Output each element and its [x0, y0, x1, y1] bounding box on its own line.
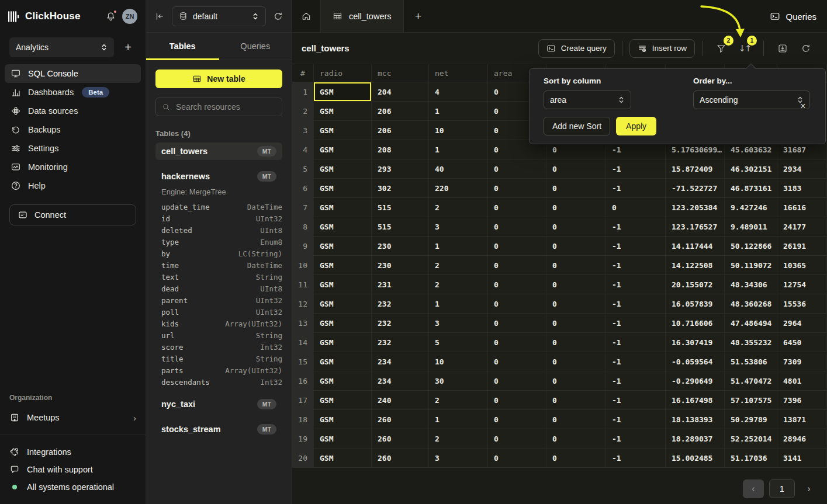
sort-button[interactable]: ↓↑ 1 — [735, 39, 754, 58]
table-cell[interactable]: -1 — [606, 217, 666, 236]
table-cell[interactable]: 7309 — [777, 352, 827, 371]
table-cell[interactable]: 24177 — [777, 217, 827, 236]
table-cell[interactable]: 123.205384 — [666, 198, 725, 217]
table-cell[interactable]: 28946 — [777, 429, 827, 448]
table-cell[interactable]: 10.716606 — [666, 314, 725, 332]
table-cell[interactable]: GSM — [314, 121, 372, 140]
queries-button[interactable]: Queries — [770, 0, 816, 33]
row-number[interactable]: 6 — [292, 179, 314, 197]
row-number[interactable]: 20 — [292, 449, 314, 467]
table-cell[interactable]: 220 — [429, 179, 488, 197]
sidebar-item-chat-support[interactable]: Chat with support — [0, 461, 146, 478]
table-cell[interactable]: 0 — [488, 237, 546, 255]
table-cell[interactable]: 234 — [372, 371, 429, 390]
table-cell[interactable]: 232 — [372, 294, 429, 313]
sidebar-item-integrations[interactable]: Integrations — [0, 443, 146, 461]
row-number[interactable]: 18 — [292, 410, 314, 429]
table-cell[interactable]: 230 — [372, 256, 429, 274]
table-cell[interactable]: 240 — [372, 391, 429, 409]
table-cell[interactable]: -1 — [606, 314, 666, 332]
table-cell[interactable]: 0 — [488, 198, 546, 217]
table-cell[interactable]: 232 — [372, 333, 429, 352]
row-number[interactable]: 13 — [292, 314, 314, 332]
table-cell[interactable]: 1 — [429, 410, 488, 429]
brand[interactable]: ClickHouse — [8, 11, 81, 22]
table-cell[interactable]: 0 — [546, 179, 606, 197]
new-table-button[interactable]: New table — [155, 69, 282, 88]
table-cell[interactable]: 123.176527 — [666, 217, 725, 236]
table-cell[interactable]: 16.307419 — [666, 333, 725, 352]
avatar[interactable]: ZN — [122, 9, 137, 24]
table-cell[interactable]: 0 — [546, 449, 606, 467]
table-cell[interactable]: 26191 — [777, 237, 827, 255]
table-cell[interactable]: 0 — [546, 275, 606, 294]
table-cell[interactable]: -1 — [606, 159, 666, 178]
table-cell[interactable]: 302 — [372, 179, 429, 197]
table-cell[interactable]: 0 — [488, 371, 546, 390]
table-cell[interactable]: -71.522727 — [666, 179, 725, 197]
table-item-nyc-taxi[interactable]: nyc_taxi MT — [155, 395, 282, 413]
table-cell[interactable]: 50.119072 — [725, 256, 777, 274]
connect-button[interactable]: Connect — [9, 204, 136, 225]
table-cell[interactable]: 204 — [372, 82, 429, 101]
table-cell[interactable]: 6450 — [777, 333, 827, 352]
table-cell[interactable]: 0 — [488, 217, 546, 236]
table-cell[interactable]: GSM — [314, 371, 372, 390]
table-cell[interactable]: 48.360268 — [725, 294, 777, 313]
sidebar-item-meetups[interactable]: Meetups › — [0, 408, 146, 427]
table-cell[interactable]: 2 — [429, 391, 488, 409]
current-page-button[interactable]: 1 — [769, 479, 795, 498]
table-cell[interactable]: 206 — [372, 102, 429, 120]
table-cell[interactable]: 0 — [488, 391, 546, 409]
table-cell[interactable]: 232 — [372, 314, 429, 332]
row-number[interactable]: 1 — [292, 82, 314, 101]
row-number[interactable]: 4 — [292, 140, 314, 159]
table-cell[interactable]: 40 — [429, 159, 488, 178]
table-cell[interactable]: 3 — [429, 217, 488, 236]
table-cell[interactable]: 0 — [546, 429, 606, 448]
create-query-button[interactable]: Create query — [538, 39, 615, 58]
row-number[interactable]: 2 — [292, 102, 314, 120]
table-cell[interactable]: 10 — [429, 352, 488, 371]
table-item-hackernews[interactable]: hackernews MT — [155, 168, 282, 185]
refresh-panel-icon[interactable] — [273, 11, 283, 22]
table-cell[interactable]: 51.17036 — [725, 449, 777, 467]
table-cell[interactable]: GSM — [314, 449, 372, 467]
table-cell[interactable]: 20.155072 — [666, 275, 725, 294]
table-cell[interactable]: 0 — [546, 352, 606, 371]
filter-button[interactable]: 2 — [712, 39, 731, 58]
row-number[interactable]: 17 — [292, 391, 314, 409]
row-number[interactable]: 3 — [292, 121, 314, 140]
table-cell[interactable]: -1 — [606, 237, 666, 255]
table-item-cell-towers[interactable]: cell_towers MT — [155, 142, 282, 160]
sidebar-item-monitoring[interactable]: Monitoring — [5, 158, 141, 176]
table-cell[interactable]: 1 — [429, 102, 488, 120]
table-cell[interactable]: 2934 — [777, 159, 827, 178]
table-cell[interactable]: -1 — [606, 352, 666, 371]
table-cell[interactable]: 0 — [488, 275, 546, 294]
sidebar-item-help[interactable]: Help — [5, 176, 141, 195]
table-cell[interactable]: -1 — [606, 429, 666, 448]
table-cell[interactable]: 18.138393 — [666, 410, 725, 429]
row-number[interactable]: 5 — [292, 159, 314, 178]
collapse-panel-icon[interactable] — [154, 11, 165, 22]
table-cell[interactable]: -1 — [606, 179, 666, 197]
table-cell[interactable]: GSM — [314, 159, 372, 178]
tab-tables[interactable]: Tables — [146, 33, 219, 60]
sort-column-select[interactable]: area — [544, 91, 631, 109]
refresh-button[interactable] — [797, 39, 815, 58]
add-new-sort-button[interactable]: Add new Sort — [544, 117, 610, 135]
table-cell[interactable]: GSM — [314, 179, 372, 197]
download-button[interactable] — [773, 39, 792, 58]
table-cell[interactable]: 0 — [546, 159, 606, 178]
table-cell[interactable]: 4801 — [777, 371, 827, 390]
table-cell[interactable]: 0 — [546, 217, 606, 236]
table-cell[interactable]: 1 — [429, 140, 488, 159]
notifications-bell-icon[interactable] — [105, 11, 116, 22]
table-cell[interactable]: GSM — [314, 102, 372, 120]
table-cell[interactable]: 15.002485 — [666, 449, 725, 467]
table-cell[interactable]: GSM — [314, 391, 372, 409]
sidebar-item-data-sources[interactable]: Data sources — [5, 102, 141, 120]
table-cell[interactable]: -0.059564 — [666, 352, 725, 371]
table-cell[interactable]: GSM — [314, 314, 372, 332]
